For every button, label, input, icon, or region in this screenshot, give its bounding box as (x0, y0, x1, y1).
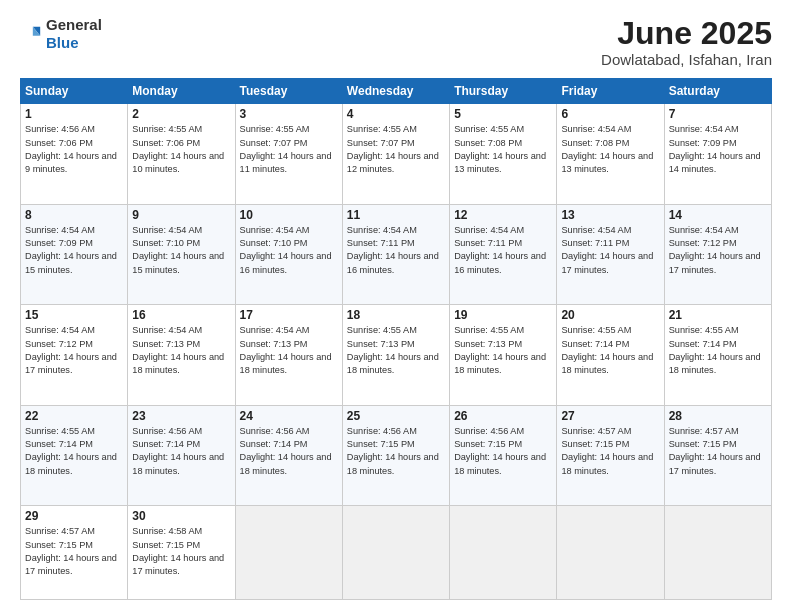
logo-text: General Blue (46, 16, 102, 52)
logo-general-text: General (46, 16, 102, 33)
table-row: 14Sunrise: 4:54 AMSunset: 7:12 PMDayligh… (664, 204, 771, 305)
title-block: June 2025 Dowlatabad, Isfahan, Iran (601, 16, 772, 68)
logo-blue-text: Blue (46, 34, 79, 51)
page: General Blue June 2025 Dowlatabad, Isfah… (0, 0, 792, 612)
table-row: 12Sunrise: 4:54 AMSunset: 7:11 PMDayligh… (450, 204, 557, 305)
header-tuesday: Tuesday (235, 79, 342, 104)
header-thursday: Thursday (450, 79, 557, 104)
calendar-table: Sunday Monday Tuesday Wednesday Thursday… (20, 78, 772, 600)
table-row: 23Sunrise: 4:56 AMSunset: 7:14 PMDayligh… (128, 405, 235, 506)
table-row: 13Sunrise: 4:54 AMSunset: 7:11 PMDayligh… (557, 204, 664, 305)
table-row: 29Sunrise: 4:57 AMSunset: 7:15 PMDayligh… (21, 506, 128, 600)
table-row (342, 506, 449, 600)
table-row: 26Sunrise: 4:56 AMSunset: 7:15 PMDayligh… (450, 405, 557, 506)
header-sunday: Sunday (21, 79, 128, 104)
table-row: 25Sunrise: 4:56 AMSunset: 7:15 PMDayligh… (342, 405, 449, 506)
table-row: 19Sunrise: 4:55 AMSunset: 7:13 PMDayligh… (450, 305, 557, 406)
table-row: 28Sunrise: 4:57 AMSunset: 7:15 PMDayligh… (664, 405, 771, 506)
table-row: 3Sunrise: 4:55 AMSunset: 7:07 PMDaylight… (235, 104, 342, 205)
header-saturday: Saturday (664, 79, 771, 104)
table-row: 24Sunrise: 4:56 AMSunset: 7:14 PMDayligh… (235, 405, 342, 506)
table-row: 30Sunrise: 4:58 AMSunset: 7:15 PMDayligh… (128, 506, 235, 600)
table-row: 21Sunrise: 4:55 AMSunset: 7:14 PMDayligh… (664, 305, 771, 406)
table-row: 22Sunrise: 4:55 AMSunset: 7:14 PMDayligh… (21, 405, 128, 506)
table-row: 27Sunrise: 4:57 AMSunset: 7:15 PMDayligh… (557, 405, 664, 506)
logo-icon (20, 23, 42, 45)
table-row: 4Sunrise: 4:55 AMSunset: 7:07 PMDaylight… (342, 104, 449, 205)
table-row: 17Sunrise: 4:54 AMSunset: 7:13 PMDayligh… (235, 305, 342, 406)
header-monday: Monday (128, 79, 235, 104)
weekday-header-row: Sunday Monday Tuesday Wednesday Thursday… (21, 79, 772, 104)
table-row: 6Sunrise: 4:54 AMSunset: 7:08 PMDaylight… (557, 104, 664, 205)
table-row: 9Sunrise: 4:54 AMSunset: 7:10 PMDaylight… (128, 204, 235, 305)
table-row (664, 506, 771, 600)
table-row: 10Sunrise: 4:54 AMSunset: 7:10 PMDayligh… (235, 204, 342, 305)
table-row: 2Sunrise: 4:55 AMSunset: 7:06 PMDaylight… (128, 104, 235, 205)
table-row: 15Sunrise: 4:54 AMSunset: 7:12 PMDayligh… (21, 305, 128, 406)
header-friday: Friday (557, 79, 664, 104)
header: General Blue June 2025 Dowlatabad, Isfah… (20, 16, 772, 68)
table-row: 8Sunrise: 4:54 AMSunset: 7:09 PMDaylight… (21, 204, 128, 305)
table-row (235, 506, 342, 600)
table-row: 18Sunrise: 4:55 AMSunset: 7:13 PMDayligh… (342, 305, 449, 406)
table-row: 11Sunrise: 4:54 AMSunset: 7:11 PMDayligh… (342, 204, 449, 305)
logo: General Blue (20, 16, 102, 52)
table-row: 5Sunrise: 4:55 AMSunset: 7:08 PMDaylight… (450, 104, 557, 205)
table-row (557, 506, 664, 600)
table-row: 7Sunrise: 4:54 AMSunset: 7:09 PMDaylight… (664, 104, 771, 205)
table-row: 20Sunrise: 4:55 AMSunset: 7:14 PMDayligh… (557, 305, 664, 406)
header-wednesday: Wednesday (342, 79, 449, 104)
subtitle: Dowlatabad, Isfahan, Iran (601, 51, 772, 68)
table-row: 1Sunrise: 4:56 AMSunset: 7:06 PMDaylight… (21, 104, 128, 205)
table-row: 16Sunrise: 4:54 AMSunset: 7:13 PMDayligh… (128, 305, 235, 406)
main-title: June 2025 (601, 16, 772, 51)
table-row (450, 506, 557, 600)
